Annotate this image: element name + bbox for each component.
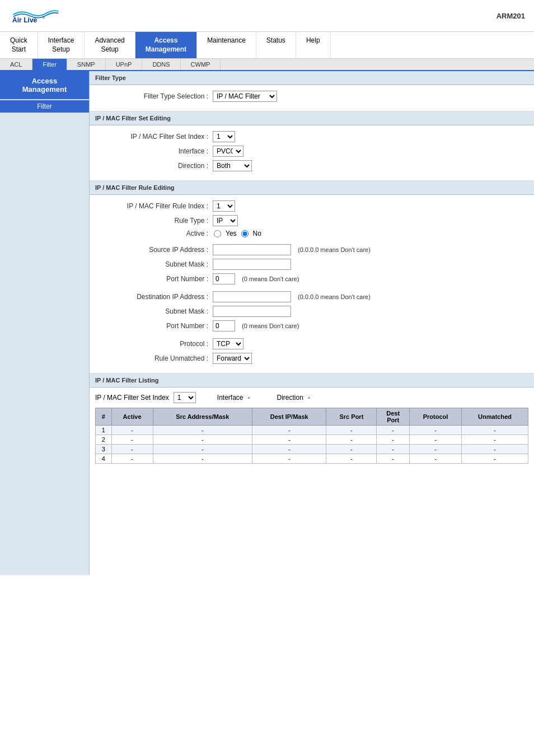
rule-unmatched-select[interactable]: ForwardNext <box>213 353 252 364</box>
listing-interface-col: Interface <box>217 394 243 402</box>
subnav-upnp[interactable]: UPnP <box>106 59 143 70</box>
table-cell-src_port: - <box>326 426 377 435</box>
rule-index-select[interactable]: 1234 5678 <box>213 200 235 212</box>
dest-subnet-control <box>213 306 291 317</box>
table-cell-src_port: - <box>326 435 377 445</box>
nav-interface-setup[interactable]: Interface Setup <box>38 32 85 58</box>
col-unmatched: Unmatched <box>462 408 528 426</box>
src-port-row: Port Number : (0 means Don't care) <box>101 273 523 284</box>
active-row: Active : Yes No <box>101 230 523 237</box>
active-no-radio[interactable] <box>241 230 249 237</box>
src-subnet-input[interactable] <box>213 259 291 270</box>
col-num: # <box>96 408 112 426</box>
table-cell-src_port: - <box>326 445 377 454</box>
col-src-port: Src Port <box>326 408 377 426</box>
table-cell-num: 3 <box>96 445 112 454</box>
listing-interface-val: - <box>248 394 250 402</box>
table-cell-unmatched: - <box>462 445 528 454</box>
table-cell-dest: - <box>252 426 326 435</box>
src-ip-row: Source IP Address : (0.0.0.0 means Don't… <box>101 244 523 255</box>
dest-port-control: (0 means Don't care) <box>213 320 299 332</box>
sidebar-filter[interactable]: Filter <box>0 100 89 113</box>
nav-advanced-setup[interactable]: Advanced Setup <box>85 32 135 58</box>
ip-mac-set-form: IP / MAC Filter Set Index : 1234 5678 In… <box>90 125 534 181</box>
nav-maintenance[interactable]: Maintenance <box>197 32 256 58</box>
table-cell-dest_port: - <box>377 426 409 435</box>
table-cell-active: - <box>111 445 153 454</box>
protocol-select[interactable]: TCPUDPICMPAny <box>213 338 243 349</box>
logo-area: Air Live ® <box>9 4 59 27</box>
subnav-ddns[interactable]: DDNS <box>142 59 180 70</box>
rule-type-select[interactable]: IPMAC <box>213 215 238 226</box>
filter-type-row: Filter Type Selection : IP / MAC Filter … <box>101 91 523 102</box>
table-cell-unmatched: - <box>462 454 528 464</box>
filter-type-select[interactable]: IP / MAC Filter Application Filter URL F… <box>213 91 277 102</box>
set-index-row: IP / MAC Filter Set Index : 1234 5678 <box>101 131 523 142</box>
table-cell-dest: - <box>252 445 326 454</box>
src-port-hint: (0 means Don't care) <box>242 276 299 282</box>
src-subnet-row: Subnet Mask : <box>101 259 523 270</box>
subnav-filter[interactable]: Filter <box>32 59 67 70</box>
subnav-acl[interactable]: ACL <box>0 59 32 70</box>
dest-subnet-input[interactable] <box>213 306 291 317</box>
table-row: 2------- <box>96 435 528 445</box>
table-cell-protocol: - <box>409 435 461 445</box>
rule-index-control: 1234 5678 <box>213 200 235 212</box>
svg-text:Live: Live <box>24 16 37 24</box>
model-label: ARM201 <box>496 12 525 20</box>
svg-text:®: ® <box>43 16 45 20</box>
nav-quick-start[interactable]: Quick Start <box>0 32 38 58</box>
ip-mac-listing-section-label: IP / MAC Filter Listing <box>90 374 534 388</box>
src-subnet-label: Subnet Mask : <box>101 260 213 268</box>
direction-label: Direction : <box>101 162 213 170</box>
dest-ip-input[interactable] <box>213 291 291 302</box>
content: Filter Type Filter Type Selection : IP /… <box>90 71 534 575</box>
src-ip-control: (0.0.0.0 means Don't care) <box>213 244 371 255</box>
direction-select[interactable]: BothIncomingOutgoing <box>213 160 252 171</box>
nav-access-management[interactable]: Access Management <box>135 32 197 58</box>
table-row: 3------- <box>96 445 528 454</box>
listing-direction-val: - <box>308 394 310 402</box>
listing-set-index-select[interactable]: 1234 5678 <box>174 392 196 403</box>
dest-port-input[interactable] <box>213 320 235 332</box>
dest-ip-hint: (0.0.0.0 means Don't care) <box>298 293 371 300</box>
rule-unmatched-row: Rule Unmatched : ForwardNext <box>101 353 523 364</box>
src-ip-label: Source IP Address : <box>101 246 213 254</box>
header: Air Live ® ARM201 <box>0 0 534 32</box>
subnav-cwmp[interactable]: CWMP <box>181 59 221 70</box>
table-cell-protocol: - <box>409 445 461 454</box>
filter-set-row: IP / MAC Filter Set Index 1234 5678 Inte… <box>95 390 528 405</box>
col-src-addr: Src Address/Mask <box>153 408 252 426</box>
table-cell-active: - <box>111 435 153 445</box>
src-port-input[interactable] <box>213 273 235 284</box>
table-cell-src: - <box>153 454 252 464</box>
table-cell-dest_port: - <box>377 445 409 454</box>
rule-index-label: IP / MAC Filter Rule Index : <box>101 202 213 210</box>
col-active: Active <box>111 408 153 426</box>
rule-unmatched-control: ForwardNext <box>213 353 252 364</box>
nav-status[interactable]: Status <box>256 32 296 58</box>
src-ip-input[interactable] <box>213 244 291 255</box>
interface-control: PVC0PVC1PVC2PVC3 PVC4PVC5PVC6PVC7 <box>213 146 243 157</box>
direction-control: BothIncomingOutgoing <box>213 160 252 171</box>
table-cell-dest: - <box>252 454 326 464</box>
src-ip-hint: (0.0.0.0 means Don't care) <box>298 246 371 253</box>
active-control: Yes No <box>213 230 261 237</box>
sidebar: AccessManagement Filter <box>0 71 90 575</box>
subnav-snmp[interactable]: SNMP <box>67 59 106 70</box>
src-port-control: (0 means Don't care) <box>213 273 299 284</box>
set-index-label: IP / MAC Filter Set Index : <box>101 133 213 141</box>
set-index-select[interactable]: 1234 5678 <box>213 131 235 142</box>
direction-row: Direction : BothIncomingOutgoing <box>101 160 523 171</box>
dest-ip-control: (0.0.0.0 means Don't care) <box>213 291 371 302</box>
sub-nav: ACL Filter SNMP UPnP DDNS CWMP <box>0 59 534 71</box>
filter-type-control: IP / MAC Filter Application Filter URL F… <box>213 91 277 102</box>
filter-type-label: Filter Type Selection : <box>101 92 213 100</box>
interface-select[interactable]: PVC0PVC1PVC2PVC3 PVC4PVC5PVC6PVC7 <box>213 146 243 157</box>
nav-help[interactable]: Help <box>296 32 331 58</box>
table-row: 1------- <box>96 426 528 435</box>
col-dest-ip: Dest IP/Mask <box>252 408 326 426</box>
col-dest-port: DestPort <box>377 408 409 426</box>
active-yes-radio[interactable] <box>214 230 221 237</box>
interface-row: Interface : PVC0PVC1PVC2PVC3 PVC4PVC5PVC… <box>101 146 523 157</box>
